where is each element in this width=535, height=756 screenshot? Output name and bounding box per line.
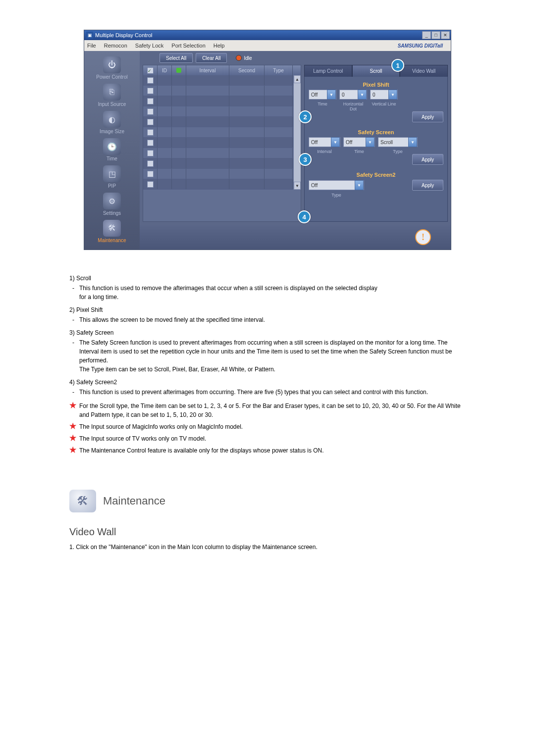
safety-apply-button[interactable]: Apply [412, 154, 443, 165]
scroll-up-icon[interactable]: ▲ [294, 75, 301, 83]
app-icon: ▣ [86, 32, 93, 39]
titlebar: ▣ Multiple Display Control _ □ ✕ [84, 30, 451, 40]
info-icon: ! [415, 229, 431, 245]
maximize-button[interactable]: □ [431, 31, 440, 39]
safety-screen-title: Safety Screen [309, 129, 443, 135]
pixel-shift-apply-button[interactable]: Apply [412, 111, 443, 122]
row-checkbox[interactable] [147, 119, 154, 125]
step-text: 1. Click on the "Maintenance" icon in th… [69, 544, 466, 551]
chevron-down-icon[interactable]: ▼ [331, 137, 340, 147]
display-list: ID Interval Second Type [143, 65, 301, 222]
idle-indicator: Idle [236, 55, 252, 61]
pixel-shift-hdot-select[interactable]: 0▼ [339, 90, 367, 100]
app-window: ▣ Multiple Display Control _ □ ✕ File Re… [84, 30, 451, 250]
safety-interval-select[interactable]: Off▼ [309, 137, 340, 147]
table-row[interactable] [143, 86, 293, 96]
scrollbar[interactable]: ▲ ▼ [293, 75, 301, 190]
sidebar-item-power-control[interactable]: ⏻Power Control [96, 55, 127, 81]
table-row[interactable] [143, 96, 293, 106]
row-checkbox[interactable] [147, 150, 154, 156]
sidebar-item-settings[interactable]: ⚙Settings [103, 191, 121, 217]
pixel-shift-vline-select[interactable]: 0▼ [370, 90, 398, 100]
col-interval[interactable]: Interval [186, 65, 229, 75]
tab-video-wall[interactable]: Video Wall [400, 65, 448, 77]
section-safety-screen2: Safety Screen2 Off▼ Apply Type 4 [309, 172, 443, 198]
row-checkbox[interactable] [147, 140, 154, 146]
star-icon: ★ [69, 402, 76, 409]
tab-lamp-control[interactable]: Lamp Control [304, 65, 352, 77]
row-checkbox[interactable] [147, 98, 154, 104]
image-size-icon: ◐ [103, 111, 121, 128]
safety2-apply-button[interactable]: Apply [412, 180, 443, 191]
chevron-down-icon[interactable]: ▼ [388, 90, 397, 100]
doc-body: 1) Scroll This function is used to remov… [69, 275, 466, 551]
sidebar-item-input-source[interactable]: ⎘Input Source [98, 82, 126, 108]
sidebar-item-pip[interactable]: ◳PIP [103, 164, 121, 190]
table-row[interactable] [143, 138, 293, 148]
menu-port-selection[interactable]: Port Selection [171, 43, 205, 49]
chevron-down-icon[interactable]: ▼ [355, 180, 364, 190]
row-checkbox[interactable] [147, 129, 154, 136]
table-row[interactable] [143, 179, 293, 190]
maintenance-section-icon: 🛠 [69, 490, 96, 512]
close-button[interactable]: ✕ [441, 31, 450, 39]
note: ★The Input source of MagicInfo works onl… [69, 422, 466, 431]
safety-type-select[interactable]: Scroll▼ [378, 137, 418, 147]
bottom-bar: ! [140, 225, 451, 250]
power-icon: ⏻ [103, 56, 121, 73]
chevron-down-icon[interactable]: ▼ [408, 137, 417, 147]
pixel-shift-title: Pixel Shift [309, 82, 443, 88]
minimize-button[interactable]: _ [422, 31, 431, 39]
menu-safety-lock[interactable]: Safety Lock [135, 43, 163, 49]
row-checkbox[interactable] [147, 171, 154, 177]
col-status[interactable] [172, 65, 186, 75]
star-icon: ★ [69, 434, 76, 442]
safety-time-select[interactable]: Off▼ [343, 137, 375, 147]
select-all-button[interactable]: Select All [160, 53, 193, 63]
clock-icon: 🕒 [103, 138, 121, 155]
sidebar-item-image-size[interactable]: ◐Image Size [100, 109, 124, 136]
col-check[interactable] [143, 65, 158, 75]
desc-list: 1) Scroll This function is used to remov… [69, 275, 466, 397]
table-row[interactable] [143, 117, 293, 127]
menubar: File Remocon Safety Lock Port Selection … [84, 40, 451, 51]
right-panel: Lamp Control Scroll Video Wall 1 Pixel S… [304, 65, 448, 222]
star-icon: ★ [69, 446, 76, 454]
chevron-down-icon[interactable]: ▼ [327, 90, 336, 100]
note: ★The Input source of TV works only on TV… [69, 434, 466, 443]
menu-remocon[interactable]: Remocon [104, 43, 127, 49]
gear-icon: ⚙ [103, 193, 121, 209]
table-row[interactable] [143, 148, 293, 158]
section-header: 🛠 Maintenance [69, 490, 466, 512]
safety-screen2-title: Safety Screen2 [309, 172, 443, 178]
col-second[interactable]: Second [229, 65, 265, 75]
sidebar-item-maintenance[interactable]: 🛠Maintenance [98, 218, 126, 245]
row-checkbox[interactable] [147, 77, 154, 84]
menu-help[interactable]: Help [214, 43, 225, 49]
callout-2: 2 [299, 110, 312, 123]
row-checkbox[interactable] [147, 181, 154, 188]
row-checkbox[interactable] [147, 108, 154, 115]
maintenance-icon: 🛠 [103, 220, 121, 237]
sidebar-item-time[interactable]: 🕒Time [103, 137, 121, 163]
col-type[interactable]: Type [265, 65, 293, 75]
input-icon: ⎘ [103, 84, 121, 101]
table-row[interactable] [143, 158, 293, 169]
safety2-type-select[interactable]: Off▼ [309, 180, 364, 190]
table-row[interactable] [143, 106, 293, 117]
clear-all-button[interactable]: Clear All [196, 53, 227, 63]
callout-3: 3 [299, 153, 312, 166]
chevron-down-icon[interactable]: ▼ [358, 90, 367, 100]
col-id[interactable]: ID [158, 65, 172, 75]
row-checkbox[interactable] [147, 160, 154, 167]
section-safety-screen: Safety Screen Off▼ Off▼ Scroll▼ Interval… [309, 129, 443, 167]
row-checkbox[interactable] [147, 88, 154, 94]
table-row[interactable] [143, 75, 293, 86]
table-row[interactable] [143, 127, 293, 138]
pixel-shift-time-select[interactable]: Off▼ [309, 90, 336, 100]
callout-1: 1 [391, 59, 404, 72]
menu-file[interactable]: File [87, 43, 96, 49]
table-row[interactable] [143, 169, 293, 179]
scroll-down-icon[interactable]: ▼ [294, 182, 301, 190]
chevron-down-icon[interactable]: ▼ [366, 137, 374, 147]
